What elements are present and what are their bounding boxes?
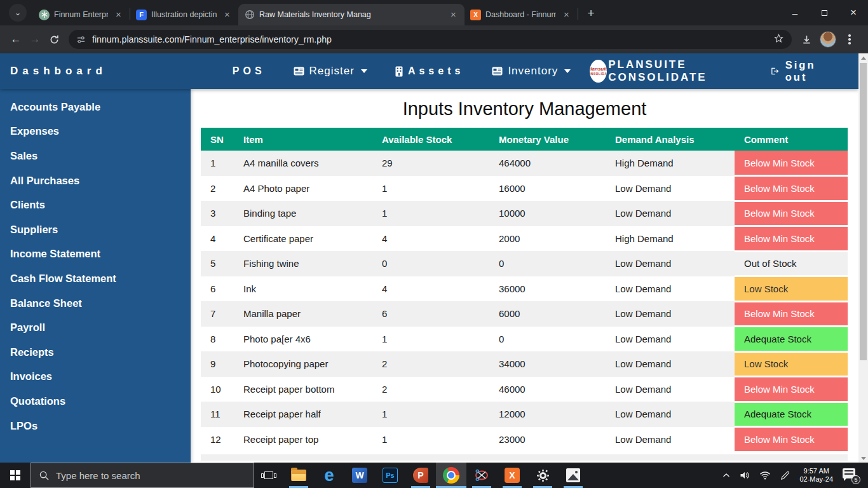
system-tray: 9:57 AM 02-May-24 5 <box>722 467 868 484</box>
cell-value: 12000 <box>489 402 606 427</box>
cell-value: 6000 <box>489 301 606 327</box>
cell-demand: Low Demand <box>606 427 735 452</box>
sidebar-item-invoices[interactable]: Invoices <box>0 365 191 390</box>
status-badge: Adequate Stock <box>735 327 848 351</box>
sidebar-item-all-purchases[interactable]: All Purchases <box>0 168 191 193</box>
screen: ⌄ Finnum Enterprise: Accounting×FIllustr… <box>0 0 868 488</box>
browser-menu-icon[interactable] <box>840 34 859 44</box>
forward-icon[interactable]: → <box>25 30 44 49</box>
status-badge: Below Min Stock <box>735 377 848 401</box>
nav-dashboard[interactable]: Dashboard <box>10 65 107 78</box>
start-button[interactable] <box>0 463 31 488</box>
nav-inventory[interactable]: Inventory <box>492 65 571 78</box>
cell-comment: Out of Stock <box>735 251 848 276</box>
clock-date: 02-May-24 <box>799 475 833 484</box>
taskbar-app-edge[interactable]: e <box>314 463 344 488</box>
restore-button[interactable] <box>810 0 839 25</box>
taskbar-app-powerpoint[interactable]: P <box>405 463 436 488</box>
table-partial-row <box>201 454 848 461</box>
status-badge: Below Min Stock <box>735 151 848 175</box>
volume-icon[interactable] <box>740 471 750 480</box>
address-bar[interactable]: finnum.planssuite.com/Finnum_enterprise/… <box>69 30 792 49</box>
tab-search-icon[interactable]: ⌄ <box>9 4 27 22</box>
xampp-favicon: X <box>470 10 481 20</box>
taskbar-search[interactable]: Type here to search <box>31 463 254 488</box>
taskbar-app-snipping-tool[interactable] <box>466 463 497 488</box>
inventory-list-icon <box>492 67 503 76</box>
sidebar-item-expenses[interactable]: Expenses <box>0 119 191 144</box>
cell-comment: Below Min Stock <box>735 176 848 201</box>
globe-favicon <box>244 10 255 20</box>
taskbar-app-word[interactable]: W <box>344 463 375 488</box>
sidebar-item-quotations[interactable]: Quotations <box>0 389 191 414</box>
sidebar-item-income-statement[interactable]: Income Statement <box>0 242 191 267</box>
tab-close-icon[interactable]: × <box>113 10 124 20</box>
cell-demand: Low Demand <box>606 327 735 352</box>
nav-pos[interactable]: POS <box>233 65 266 77</box>
scrollbar-thumb[interactable] <box>860 63 867 360</box>
sidebar-item-cash-flow-statement[interactable]: Cash Flow Statement <box>0 266 191 291</box>
cell-value: 464000 <box>489 151 606 176</box>
notification-icon[interactable]: 5 <box>843 468 859 482</box>
taskbar-app-xampp[interactable]: X <box>497 463 527 488</box>
taskbar-clock[interactable]: 9:57 AM 02-May-24 <box>799 467 833 484</box>
cell-comment: Adequate Stock <box>735 402 848 427</box>
scrollbar-down-icon[interactable] <box>858 454 868 463</box>
browser-tab-2[interactable]: FIllustration depicting a stressed× <box>130 4 238 25</box>
minimize-button[interactable]: – <box>780 0 810 25</box>
sidebar-item-clients[interactable]: Clients <box>0 193 191 217</box>
cell-comment: Below Min Stock <box>735 301 848 327</box>
profile-avatar[interactable] <box>820 31 836 48</box>
chatgpt-favicon <box>39 10 50 20</box>
nav-register[interactable]: Register <box>294 65 367 78</box>
nav-signout[interactable]: Sign out <box>771 59 827 83</box>
tab-close-icon[interactable]: × <box>561 10 572 20</box>
sidebar-item-accounts-payable[interactable]: Accounts Payable <box>0 95 191 119</box>
column-header-monetary-value: Monetary Value <box>489 128 606 151</box>
sidebar-item-lpos[interactable]: LPOs <box>0 414 191 438</box>
back-icon[interactable]: ← <box>6 30 25 49</box>
column-header-sn: SN <box>201 128 234 151</box>
task-view-button[interactable] <box>254 463 283 488</box>
nav-assets[interactable]: Assets <box>395 65 464 77</box>
cell-sn: 1 <box>201 151 234 176</box>
file-explorer-icon <box>291 470 306 481</box>
reload-icon[interactable] <box>44 30 64 49</box>
wifi-icon[interactable] <box>759 471 771 480</box>
cell-comment: Low Stock <box>735 351 848 377</box>
tab-close-icon[interactable]: × <box>448 10 459 20</box>
page-scrollbar[interactable] <box>858 53 868 463</box>
sidebar-item-balance-sheet[interactable]: Balance Sheet <box>0 291 191 316</box>
bookmark-star-icon[interactable] <box>773 33 784 46</box>
taskbar-app-photoshop[interactable]: Ps <box>375 463 405 488</box>
browser-tab-3[interactable]: Raw Materials Inventory Manag× <box>238 4 465 25</box>
cell-stock: 1 <box>372 327 489 352</box>
browser-tab-1[interactable]: Finnum Enterprise: Accounting× <box>33 4 130 25</box>
tab-close-icon[interactable]: × <box>222 10 233 20</box>
tab-title: Raw Materials Inventory Manag <box>259 10 443 19</box>
browser-tab-4[interactable]: XDashboard - Finnum Enterprise× <box>465 4 578 25</box>
sidebar-item-reciepts[interactable]: Reciepts <box>0 340 191 365</box>
sidebar-item-sales[interactable]: Sales <box>0 144 191 168</box>
toolbar-right <box>797 30 862 49</box>
new-tab-button[interactable]: + <box>582 4 600 22</box>
site-info-icon[interactable] <box>76 35 86 44</box>
tray-chevron-icon[interactable] <box>722 473 730 478</box>
download-icon[interactable] <box>797 30 816 49</box>
powerpoint-icon: P <box>413 468 428 483</box>
url-text: finnum.planssuite.com/Finnum_enterprise/… <box>92 34 332 44</box>
taskbar-app-chrome[interactable] <box>436 463 466 488</box>
cell-demand: Low Demand <box>606 377 735 402</box>
sidebar-item-suppliers[interactable]: Suppliers <box>0 217 191 242</box>
pen-icon[interactable] <box>780 471 790 480</box>
close-button[interactable]: × <box>839 0 868 25</box>
status-badge: Below Min Stock <box>735 202 848 226</box>
cell-value: 34000 <box>489 351 606 377</box>
taskbar-app-photos[interactable] <box>558 463 588 488</box>
browser-toolbar: ← → finnum.planssuite.com/Finnum_enterpr… <box>0 25 868 53</box>
cell-sn: 10 <box>201 377 234 402</box>
taskbar-app-settings[interactable] <box>527 463 558 488</box>
sidebar-item-payroll[interactable]: Payroll <box>0 315 191 340</box>
taskbar-app-file-explorer[interactable] <box>283 463 314 488</box>
scrollbar-up-icon[interactable] <box>858 53 868 62</box>
